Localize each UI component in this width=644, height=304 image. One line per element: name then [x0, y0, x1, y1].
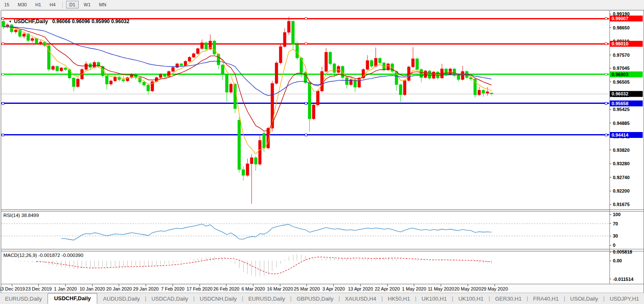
svg-text:0.94885: 0.94885: [613, 121, 630, 126]
line-anchor-handle[interactable]: [305, 102, 307, 104]
timeframe-button-D1[interactable]: D1: [66, 1, 79, 8]
line-anchor-handle[interactable]: [605, 73, 607, 75]
svg-text:70: 70: [613, 221, 618, 226]
candle: [229, 82, 232, 93]
candle: [424, 70, 427, 79]
line-anchor-handle[interactable]: [2, 134, 4, 136]
svg-text:13 Dec 2019: 13 Dec 2019: [0, 286, 25, 291]
symbol-dropdown-icon[interactable]: ▼: [8, 20, 12, 24]
svg-text:-0.011514: -0.011514: [613, 277, 634, 282]
chart-tab-hk50-h1[interactable]: HK50,H1: [383, 294, 415, 304]
line-anchor-handle[interactable]: [2, 73, 4, 75]
line-anchor-handle[interactable]: [605, 102, 607, 104]
svg-text:0.98010: 0.98010: [612, 41, 628, 46]
chart-tab-uk100-h1[interactable]: UK100,H1: [417, 294, 452, 304]
svg-text:29 Jan 2020: 29 Jan 2020: [133, 286, 159, 291]
chart-tab-usoil-daily[interactable]: USOil,Daily: [565, 294, 603, 304]
macd-indicator-label: MACD(12,26,9) -0.001872 -0.000390: [3, 253, 83, 258]
trading-platform-window: 0.991900.986500.981100.975700.970450.965…: [0, 0, 644, 304]
svg-text:20 May 2020: 20 May 2020: [454, 286, 481, 291]
candle: [151, 81, 154, 93]
line-anchor-handle[interactable]: [2, 102, 4, 104]
candle: [238, 117, 241, 172]
svg-text:23 Dec 2019: 23 Dec 2019: [26, 286, 52, 291]
price-label-0.99007: 0.99007: [610, 16, 643, 21]
timeframe-button-15[interactable]: 15: [1, 1, 13, 8]
svg-text:10 Jan 2020: 10 Jan 2020: [80, 286, 105, 291]
svg-text:0.92740: 0.92740: [613, 175, 630, 180]
current-price-label: 0.96032: [610, 91, 643, 97]
candle: [407, 66, 410, 82]
svg-text:30: 30: [613, 233, 618, 238]
candle: [275, 61, 278, 85]
chart-tab-usdcad-daily[interactable]: USDCAD,Daily: [146, 294, 193, 304]
price-label-0.98010: 0.98010: [610, 41, 643, 47]
svg-text:20 Jan 2020: 20 Jan 2020: [106, 286, 132, 291]
svg-text:1 Jan 2020: 1 Jan 2020: [54, 286, 77, 291]
line-anchor-handle[interactable]: [605, 18, 607, 20]
chart-title: ▼USDCHF,Daily0.96066 0.96096 0.95990 0.9…: [3, 13, 129, 30]
svg-text:29 May 2020: 29 May 2020: [481, 286, 508, 291]
chart-tab-uk100-h1[interactable]: UK100,H1: [453, 294, 489, 304]
chart-canvas: 0.991900.986500.981100.975700.970450.965…: [0, 0, 644, 304]
chart-tab-audusd-daily[interactable]: AUDUSD,Daily: [98, 294, 145, 304]
line-anchor-handle[interactable]: [305, 134, 307, 136]
price-label-0.94414: 0.94414: [610, 132, 643, 138]
timeframe-button-H4[interactable]: H4: [46, 1, 59, 8]
svg-text:17 Feb 2020: 17 Feb 2020: [186, 286, 213, 291]
price-label-0.95658: 0.95658: [610, 100, 643, 106]
line-anchor-handle[interactable]: [2, 43, 4, 45]
candle: [416, 58, 419, 71]
timeframe-button-M30[interactable]: M30: [14, 1, 30, 8]
price-pane: [1, 11, 609, 209]
svg-text:0.92200: 0.92200: [613, 188, 630, 193]
chart-ohlc-values: 0.96066 0.96096 0.95990 0.96032: [52, 19, 130, 24]
candle: [77, 77, 80, 87]
timeframe-button-H1[interactable]: H1: [32, 1, 45, 8]
line-anchor-handle[interactable]: [305, 18, 307, 20]
svg-text:11 May 2020: 11 May 2020: [428, 286, 454, 291]
svg-text:0.93820: 0.93820: [613, 148, 630, 153]
chart-tab-usdcnh-daily[interactable]: USDCNH,Daily: [194, 294, 242, 304]
svg-text:0.93280: 0.93280: [613, 161, 630, 166]
svg-text:25 Mar 2020: 25 Mar 2020: [294, 286, 320, 291]
line-anchor-handle[interactable]: [605, 134, 607, 136]
candle: [387, 63, 390, 71]
chart-tab-gbpusd-daily[interactable]: GBPUSD,Daily: [292, 294, 338, 304]
candle: [172, 66, 175, 72]
candle: [312, 103, 315, 120]
candle: [403, 79, 406, 96]
line-anchor-handle[interactable]: [305, 43, 307, 45]
svg-text:0.97570: 0.97570: [613, 53, 630, 58]
chart-tab-ger30-h1[interactable]: GER30,H1: [490, 294, 527, 304]
candle: [428, 70, 431, 79]
chart-tab-usdjpy-h1[interactable]: USDJPY,H1: [604, 294, 644, 304]
svg-text:0.94414: 0.94414: [612, 132, 629, 137]
candle: [188, 56, 191, 62]
rsi-pane: [1, 211, 609, 249]
chart-tab-fra40-h1[interactable]: FRA40,H1: [528, 294, 564, 304]
chart-tab-eurusd-daily[interactable]: EURUSD,Daily: [243, 294, 290, 304]
svg-text:13 Apr 2020: 13 Apr 2020: [348, 286, 373, 291]
toolbar-separator: [62, 2, 63, 8]
svg-text:0.98650: 0.98650: [613, 25, 630, 30]
chart-tab-bar: EURUSD,DailyUSDCHF,DailyAUDUSD,Daily|USD…: [0, 293, 644, 304]
chart-tab-eurusd-daily[interactable]: EURUSD,Daily: [0, 294, 47, 304]
line-anchor-handle[interactable]: [605, 43, 607, 45]
svg-text:22 Apr 2020: 22 Apr 2020: [375, 286, 399, 291]
svg-text:0.96505: 0.96505: [613, 79, 630, 85]
timeframe-button-MN[interactable]: MN: [96, 1, 109, 8]
chart-tab-usdchf-daily[interactable]: USDCHF,Daily: [48, 293, 97, 304]
candle: [279, 44, 282, 64]
svg-text:0.97045: 0.97045: [613, 66, 630, 71]
svg-text:0.91675: 0.91675: [613, 202, 630, 207]
candle: [213, 40, 216, 56]
candle: [317, 90, 319, 106]
svg-text:6 Mar 2020: 6 Mar 2020: [242, 286, 265, 291]
svg-text:1 May 2020: 1 May 2020: [402, 286, 426, 291]
rsi-indicator-label: RSI(14) 38.8499: [3, 213, 39, 218]
svg-text:0.96032: 0.96032: [612, 91, 628, 96]
timeframe-button-W1[interactable]: W1: [80, 1, 94, 8]
svg-text:0.00: 0.00: [613, 258, 622, 263]
chart-tab-xauusd-h4[interactable]: XAUUSD,H4: [340, 294, 381, 304]
